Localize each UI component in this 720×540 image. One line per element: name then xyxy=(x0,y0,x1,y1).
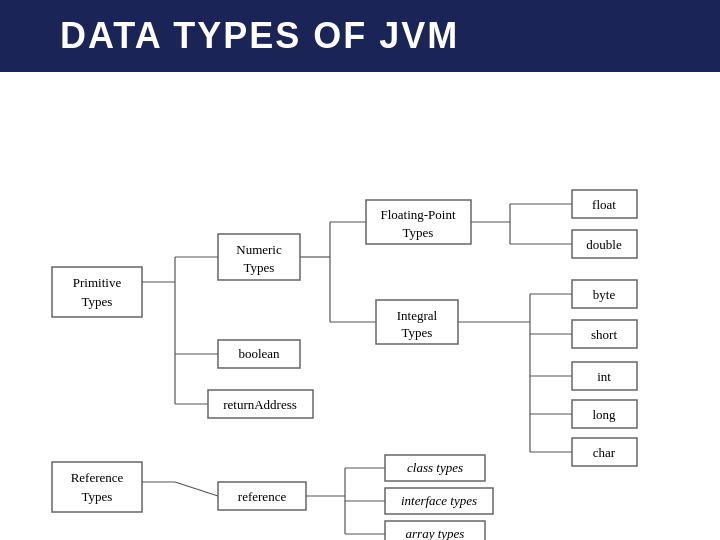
svg-text:Numeric: Numeric xyxy=(236,242,282,257)
svg-text:interface types: interface types xyxy=(401,493,477,508)
svg-text:byte: byte xyxy=(593,287,616,302)
svg-text:class types: class types xyxy=(407,460,463,475)
svg-text:Primitive: Primitive xyxy=(73,275,122,290)
svg-text:reference: reference xyxy=(238,489,287,504)
svg-text:short: short xyxy=(591,327,617,342)
svg-line-21 xyxy=(175,482,218,496)
svg-text:boolean: boolean xyxy=(238,346,280,361)
svg-text:returnAddress: returnAddress xyxy=(223,397,297,412)
svg-text:float: float xyxy=(592,197,616,212)
svg-text:long: long xyxy=(592,407,616,422)
svg-text:int: int xyxy=(597,369,611,384)
diagram-svg: Primitive Types Numeric Types boolean re… xyxy=(0,72,720,540)
page-title: DATA TYPES OF JVM xyxy=(60,15,459,57)
svg-text:double: double xyxy=(586,237,622,252)
svg-text:Reference: Reference xyxy=(71,470,124,485)
header: DATA TYPES OF JVM xyxy=(0,0,720,72)
svg-text:array types: array types xyxy=(406,526,465,540)
svg-text:Floating-Point: Floating-Point xyxy=(380,207,456,222)
svg-text:Types: Types xyxy=(82,294,113,309)
svg-text:Types: Types xyxy=(82,489,113,504)
svg-text:Types: Types xyxy=(402,325,433,340)
svg-text:Types: Types xyxy=(244,260,275,275)
diagram-area: Primitive Types Numeric Types boolean re… xyxy=(0,72,720,540)
svg-text:Types: Types xyxy=(403,225,434,240)
svg-text:Integral: Integral xyxy=(397,308,438,323)
svg-text:char: char xyxy=(593,445,616,460)
